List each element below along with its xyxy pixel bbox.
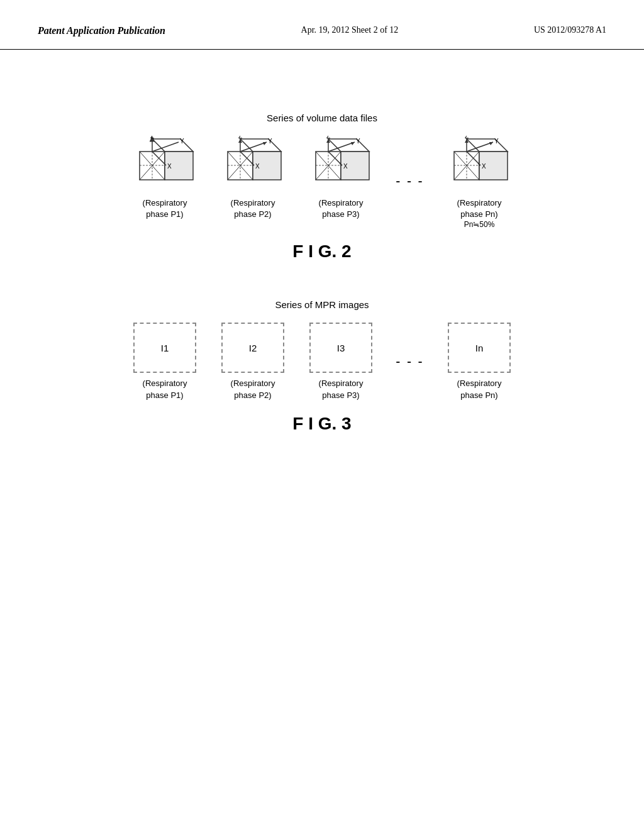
publication-number: US 2012/093278 A1 xyxy=(534,25,606,35)
mpr-box-label-2: I2 xyxy=(249,343,257,353)
cubes-row: Z Y X (Respi xyxy=(38,136,606,229)
fig3-section-title: Series of MPR images xyxy=(38,299,606,310)
cube-item-n: Z Y X (Respiratoryphase Pn) Pn≒50% xyxy=(441,136,517,229)
image-item-1: I1 (Respiratoryphase P1) xyxy=(127,323,203,401)
mpr-box-3: I3 xyxy=(309,323,372,373)
cube-label-1: (Respiratoryphase P1) xyxy=(143,197,187,220)
image-item-2: I2 (Respiratoryphase P2) xyxy=(215,323,291,401)
fig3-section: Series of MPR images I1 (Respiratoryphas… xyxy=(38,299,606,433)
svg-text:X: X xyxy=(255,163,260,170)
ellipsis-2: - - - xyxy=(391,323,429,368)
image-caption-n: (Respiratoryphase Pn) xyxy=(457,378,502,401)
image-caption-1: (Respiratoryphase P1) xyxy=(143,378,187,401)
svg-text:Y: Y xyxy=(268,138,272,145)
cube-svg-3: Z Y X xyxy=(309,136,372,192)
cube-svg-1: Z Y X xyxy=(133,136,196,192)
cube-item-1: Z Y X (Respi xyxy=(127,136,203,220)
fig2-section: Series of volume data files xyxy=(38,113,606,262)
svg-text:X: X xyxy=(482,163,486,170)
mpr-box-2: I2 xyxy=(221,323,284,373)
image-item-n: In (Respiratoryphase Pn) xyxy=(441,323,517,401)
cube-label-3: (Respiratoryphase P3) xyxy=(319,197,364,220)
mpr-box-label-3: I3 xyxy=(337,343,345,353)
svg-text:Y: Y xyxy=(180,138,184,145)
cube-label-n: (Respiratoryphase Pn) xyxy=(457,197,502,220)
page-header: Patent Application Publication Apr. 19, … xyxy=(0,0,644,50)
pn-note: Pn≒50% xyxy=(464,220,495,229)
cube-item-3: Z Y X (Respiratoryphase P3) xyxy=(303,136,379,220)
cube-label-2: (Respiratoryphase P2) xyxy=(231,197,275,220)
svg-text:Z: Z xyxy=(150,136,154,140)
mpr-box-label-n: In xyxy=(475,343,484,353)
fig2-label: F I G. 2 xyxy=(38,241,606,262)
svg-text:Z: Z xyxy=(238,136,242,140)
mpr-box-1: I1 xyxy=(133,323,196,373)
svg-text:Y: Y xyxy=(356,138,360,145)
image-caption-2: (Respiratoryphase P2) xyxy=(231,378,275,401)
main-content: Series of volume data files xyxy=(0,50,644,472)
svg-text:X: X xyxy=(343,163,348,170)
cube-item-2: Z Y X (Respiratoryphase P2) xyxy=(215,136,291,220)
cube-svg-2: Z Y X xyxy=(221,136,284,192)
image-item-3: I3 (Respiratoryphase P3) xyxy=(303,323,379,401)
svg-text:X: X xyxy=(167,163,172,170)
image-caption-3: (Respiratoryphase P3) xyxy=(319,378,364,401)
fig3-label: F I G. 3 xyxy=(38,414,606,434)
svg-text:Z: Z xyxy=(326,136,330,140)
images-row: I1 (Respiratoryphase P1) I2 (Respiratory… xyxy=(38,323,606,401)
publication-title: Patent Application Publication xyxy=(38,25,165,36)
svg-text:Y: Y xyxy=(494,138,499,145)
svg-text:Z: Z xyxy=(465,136,469,140)
ellipsis-1: - - - xyxy=(391,136,429,188)
fig2-section-title: Series of volume data files xyxy=(38,113,606,123)
mpr-box-label-1: I1 xyxy=(161,343,169,353)
cube-svg-n: Z Y X xyxy=(448,136,511,192)
mpr-box-n: In xyxy=(448,323,511,373)
publication-date-sheet: Apr. 19, 2012 Sheet 2 of 12 xyxy=(301,25,399,35)
